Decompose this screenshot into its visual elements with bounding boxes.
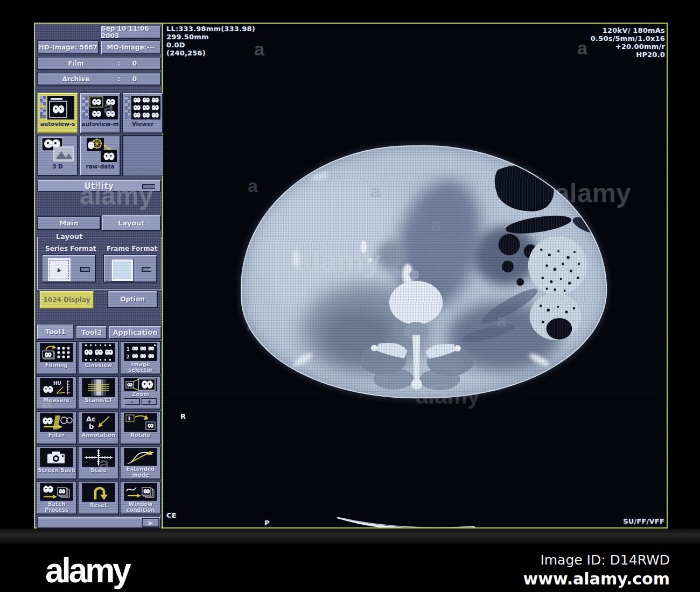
utility-bar[interactable]: Utility <box>37 180 161 192</box>
tab-layout[interactable]: Layout <box>102 215 161 231</box>
archive-value: 0 <box>124 75 145 83</box>
scan-collimation-value: 0.50s/5mm/1.0x16 <box>591 34 665 43</box>
tool-scale[interactable]: Scale <box>78 446 119 480</box>
tool-label: Window condition <box>121 502 160 513</box>
tool-annotation[interactable]: Ac b Annotation <box>78 411 119 445</box>
tool-zoom[interactable]: Zoom - + <box>120 376 161 410</box>
tab-tool1-label: Tool1 <box>45 328 66 336</box>
film-separator: : <box>114 60 124 67</box>
orientation-marker-right: R <box>180 412 186 420</box>
raw-data-icon <box>82 137 118 163</box>
launcher-autoview-m[interactable]: autoview-m <box>80 93 121 133</box>
option-button[interactable]: Option <box>107 291 158 308</box>
launcher-viewer[interactable]: Viewer <box>122 93 163 133</box>
ct-axial-slice <box>240 144 608 400</box>
patient-table-arc <box>334 510 479 527</box>
tab-layout-label: Layout <box>118 219 145 227</box>
mo-image-text: MO-Image:--- <box>107 44 155 51</box>
film-value: 0 <box>124 60 145 67</box>
autoview-m-icon <box>82 95 118 121</box>
tool-label: Scale <box>90 468 107 474</box>
layout-group: Layout Series Format Frame Format <box>37 237 162 290</box>
series-format-label: Series Format <box>45 245 96 252</box>
viewer-icon <box>125 95 160 121</box>
scano-ct-icon <box>82 378 115 397</box>
scan-tilt-value: 0.0D <box>166 41 255 49</box>
datetime-display: Sep 10 11:06 2003 <box>101 26 161 39</box>
tool-screen-save[interactable]: Screen Save <box>36 446 77 480</box>
tab-main-label: Main <box>59 219 78 227</box>
tab-main[interactable]: Main <box>37 216 101 230</box>
annotation-icon: Ac b <box>82 413 115 432</box>
tab-tool2[interactable]: Tool2 <box>76 326 107 339</box>
utility-minimize-button[interactable] <box>142 184 155 189</box>
tool-batch-process[interactable]: Batch Process <box>36 481 77 515</box>
tool-rotate[interactable]: 3 Rotate <box>120 411 161 445</box>
tool-cineview[interactable]: Cineview <box>78 341 119 375</box>
scan-ll-value: LL:333.98mm(333.98) <box>166 25 255 33</box>
tool-extended-mode[interactable]: Extended mode <box>120 446 161 480</box>
autoview-s-icon <box>40 95 75 121</box>
launcher-empty-slot <box>122 135 163 176</box>
launcher-autoview-s[interactable]: autoview-s <box>37 93 78 133</box>
frame-format-dropdown-button[interactable] <box>142 267 151 272</box>
tool-label: Filming <box>45 363 68 369</box>
cineview-icon <box>82 343 115 362</box>
hd-image-counter: HD-Image: 5687 <box>37 40 99 54</box>
control-panel: Sep 10 11:06 2003 HD-Image: 5687 MO-Imag… <box>35 24 163 527</box>
panel-expand-button[interactable]: ▶ <box>142 518 159 527</box>
archive-counter: Archive : 0 <box>37 72 161 86</box>
launcher-raw-data[interactable]: raw-data <box>80 135 121 176</box>
tool-label: Measure <box>44 398 69 404</box>
scan-pitch-value: +20.00mm/r <box>591 43 665 51</box>
contrast-marker: CE <box>166 511 177 519</box>
zoom-minus-button[interactable]: - <box>124 398 140 405</box>
frame-format-selector[interactable] <box>103 255 157 283</box>
svg-text:2: 2 <box>127 355 130 360</box>
tab-application[interactable]: Application <box>109 326 162 339</box>
series-format-dropdown-button[interactable] <box>80 267 90 272</box>
svg-text:1: 1 <box>127 347 130 352</box>
workstation-screen: Sep 10 11:06 2003 HD-Image: 5687 MO-Imag… <box>34 23 668 528</box>
tool-measure[interactable]: HU Measure <box>36 376 77 410</box>
tool-label: Screen Save <box>38 468 75 474</box>
tool-window-condition[interactable]: Window condition <box>120 481 161 515</box>
measure-icon: HU <box>40 378 73 397</box>
archive-separator: : <box>114 75 124 83</box>
datetime-text: Sep 10 11:06 2003 <box>101 25 160 40</box>
alamy-url-text: www.alamy.com <box>523 569 670 588</box>
layout-group-title: Layout <box>53 232 86 241</box>
tool-image-selector[interactable]: 1 2 Image selector <box>120 341 161 375</box>
launcher-label: autoview-s <box>40 121 75 127</box>
tool-label: Reset <box>90 503 107 509</box>
tool-filter[interactable]: Filter <box>36 411 77 445</box>
scan-fov-value: 299.50mm <box>166 33 255 41</box>
stock-photo-banner: alamy Image ID: D14RWD www.alamy.com <box>0 544 700 592</box>
series-format-selector[interactable] <box>42 255 96 283</box>
frame-format-preview <box>111 259 133 281</box>
tool-scano-ct[interactable]: Scano/CT <box>78 376 119 410</box>
zoom-plus-button[interactable]: + <box>141 398 157 405</box>
launcher-3d[interactable]: 3 D <box>37 135 78 176</box>
svg-text:Ac: Ac <box>86 415 96 423</box>
svg-text:b: b <box>89 422 94 431</box>
utility-label: Utility <box>84 181 114 191</box>
batch-process-icon <box>40 483 73 501</box>
filming-icon <box>40 343 73 362</box>
tool-label: Annotation <box>82 433 116 439</box>
svg-text:HU: HU <box>53 380 61 386</box>
ct-image-viewport[interactable]: LL:333.98mm(333.98) 299.50mm 0.0D (240,2… <box>164 24 667 527</box>
zoom-icon <box>124 378 157 391</box>
launcher-label: autoview-m <box>81 121 118 127</box>
scan-hp-value: HP20.0 <box>591 51 665 59</box>
frame-format-label: Frame Format <box>107 245 157 252</box>
orientation-marker-posterior: P <box>264 519 270 527</box>
crt-stripe-overlay <box>241 145 607 399</box>
option-label: Option <box>120 295 144 303</box>
tab-tool2-label: Tool2 <box>81 328 102 336</box>
tab-tool1[interactable]: Tool1 <box>37 324 74 340</box>
tool-filming[interactable]: Filming <box>36 341 77 375</box>
tool-reset[interactable]: Reset <box>78 481 119 515</box>
three-d-icon <box>40 137 75 163</box>
display-1024-button[interactable]: 1024 Display <box>39 291 94 309</box>
